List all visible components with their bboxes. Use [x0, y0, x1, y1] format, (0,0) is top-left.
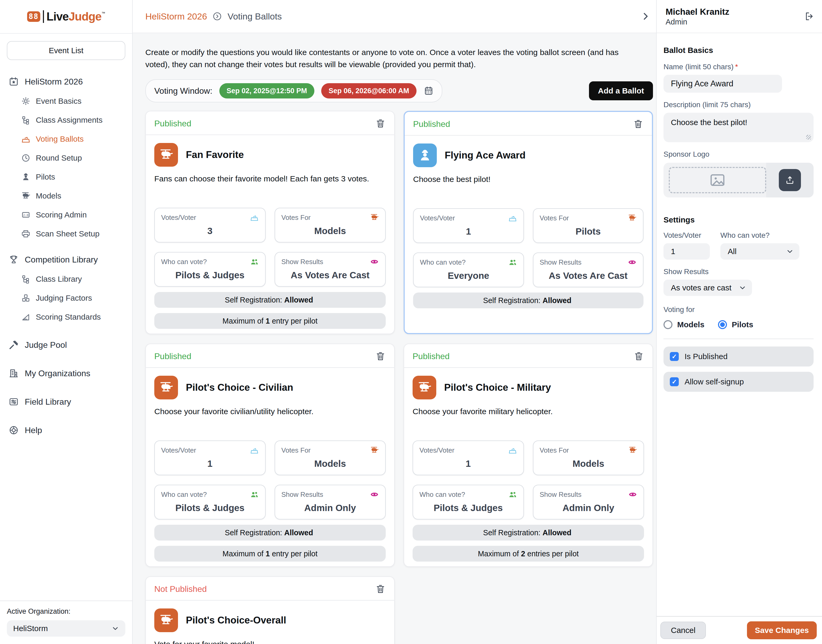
is-published-checkbox-row[interactable]: Is Published: [664, 347, 814, 366]
who-can-vote-stat: Who can vote? Everyone: [413, 253, 524, 287]
sidebar-item-class-library[interactable]: Class Library: [0, 270, 132, 288]
ballot-box-icon: [250, 213, 259, 222]
allow-self-signup-checkbox-row[interactable]: Allow self-signup: [664, 372, 814, 392]
logo-text-judge: Judge: [69, 10, 102, 23]
logout-icon[interactable]: [804, 11, 814, 21]
voting-window-start[interactable]: Sep 02, 2025@12:50 PM: [219, 83, 314, 98]
ballot-avatar: [413, 376, 436, 399]
votes-per-voter-label: Votes/Voter: [664, 231, 710, 239]
collapse-panel-chevron-icon[interactable]: [640, 11, 651, 21]
class-hierarchy-icon: [21, 115, 31, 125]
image-placeholder-icon: [709, 171, 727, 189]
voting-window-end[interactable]: Sep 06, 2026@06:00 AM: [321, 83, 417, 98]
sidebar-item-round-setup[interactable]: Round Setup: [0, 149, 132, 167]
logo: 88 Live Judge ™: [0, 0, 132, 34]
sponsor-logo-dropzone[interactable]: [669, 167, 766, 193]
radio-checked-icon[interactable]: [718, 320, 727, 329]
ballot-card-fan-favorite[interactable]: Published Fan Favorite Fans can choose t…: [145, 111, 395, 334]
sidebar-item-competition-library[interactable]: Competition Library: [0, 250, 132, 270]
sidebar-item-event-basics[interactable]: Event Basics: [0, 92, 132, 110]
self-registration-pill: Self Registration:Allowed: [154, 525, 386, 541]
helicopter-icon: [21, 191, 31, 201]
sidebar-item-scoring-admin[interactable]: Scoring Admin: [0, 205, 132, 224]
sidebar-item-my-organizations[interactable]: My Organizations: [0, 363, 132, 383]
ballot-description: Vote for your favorite model!: [146, 639, 394, 644]
event-list-button[interactable]: Event List: [7, 41, 125, 60]
who-can-vote-select[interactable]: All: [720, 243, 799, 260]
show-results-select[interactable]: As votes are cast: [664, 280, 752, 296]
ballot-title: Pilot's Choice - Military: [444, 382, 551, 393]
trash-icon[interactable]: [375, 584, 386, 594]
votes-for-stat: Votes For Pilots: [533, 208, 644, 243]
add-ballot-button[interactable]: Add a Ballot: [589, 81, 653, 100]
ballot-card-flying-ace-award[interactable]: Published Flying Ace Award Choose the be…: [403, 111, 653, 334]
breadcrumb-event[interactable]: HeliStorm 2026: [145, 11, 207, 21]
cancel-button[interactable]: Cancel: [660, 622, 706, 639]
status-badge: Published: [154, 351, 192, 361]
sliders-icon: [8, 397, 19, 407]
calendar-icon[interactable]: [423, 86, 434, 96]
show-results-label: Show Results: [664, 267, 814, 276]
radio-unchecked-icon[interactable]: [664, 320, 672, 329]
printer-icon: [21, 229, 31, 239]
upload-button[interactable]: [779, 169, 801, 191]
trash-icon[interactable]: [375, 351, 386, 362]
required-asterisk: *: [735, 63, 738, 71]
sidebar-item-class-assignments[interactable]: Class Assignments: [0, 110, 132, 130]
ballot-editor-panel: Michael Kranitz Admin Ballot Basics Name…: [656, 0, 822, 644]
settings-divider: [664, 339, 814, 339]
trash-icon[interactable]: [633, 351, 644, 362]
sidebar-item-scan-sheet-setup[interactable]: Scan Sheet Setup: [0, 224, 132, 243]
sidebar: 88 Live Judge ™ Event List HeliStorm 202…: [0, 0, 133, 644]
user-info: Michael Kranitz Admin: [656, 0, 822, 33]
save-changes-button[interactable]: Save Changes: [747, 621, 817, 639]
settings-heading: Settings: [664, 215, 814, 224]
sidebar-item-field-library[interactable]: Field Library: [0, 392, 132, 412]
ballot-title: Flying Ace Award: [445, 150, 526, 161]
ballot-cards-grid: Published Fan Favorite Fans can choose t…: [145, 111, 653, 644]
ballot-card-pilots-choice-civilian[interactable]: Published Pilot's Choice - Civilian Choo…: [145, 343, 395, 567]
ballot-avatar: [413, 144, 437, 167]
helicopter-icon: [628, 213, 636, 222]
ballot-card-pilots-choice-overall[interactable]: Not Published Pilot's Choice-Overall Vot…: [145, 577, 395, 644]
sidebar-item-models[interactable]: Models: [0, 186, 132, 205]
votes-per-voter-field[interactable]: [664, 243, 710, 260]
pilot-icon: [21, 172, 31, 182]
status-badge: Published: [413, 119, 450, 129]
sidebar-item-scoring-standards[interactable]: Scoring Standards: [0, 308, 132, 327]
ballot-box-icon: [508, 213, 517, 222]
pilot-icon: [417, 148, 432, 163]
sidebar-item-pilots[interactable]: Pilots: [0, 167, 132, 186]
cubes-icon: [21, 293, 31, 303]
sidebar-item-judging-factors[interactable]: Judging Factors: [0, 288, 132, 308]
description-label: Description (limit 75 chars): [664, 101, 814, 109]
checkbox-checked-icon[interactable]: [670, 352, 679, 361]
ballot-box-icon: [250, 446, 259, 455]
checkbox-checked-icon[interactable]: [670, 377, 679, 386]
scoreboard-icon: [21, 210, 31, 219]
ballot-description-field[interactable]: Choose the best pilot!: [664, 113, 814, 142]
ballot-name-field[interactable]: [664, 75, 782, 93]
chevron-down-icon: [739, 284, 746, 291]
sidebar-item-voting-ballots[interactable]: Voting Ballots: [0, 130, 132, 149]
show-results-stat: Show Results As Votes Are Cast: [275, 252, 386, 287]
votes-for-stat: Votes For Models: [275, 208, 386, 242]
trash-icon[interactable]: [633, 119, 644, 129]
organization-select[interactable]: HeliStorm: [7, 620, 125, 636]
active-organization-label: Active Organization:: [7, 607, 125, 616]
radio-pilots[interactable]: Pilots: [718, 320, 753, 329]
trash-icon[interactable]: [375, 118, 386, 129]
sidebar-item-helistorm-2026[interactable]: HeliStorm 2026: [0, 72, 132, 92]
user-role: Admin: [666, 18, 729, 26]
votes-for-stat: Votes For Models: [533, 440, 644, 475]
ballot-avatar: [154, 143, 178, 167]
radio-models[interactable]: Models: [664, 320, 704, 329]
ballot-card-pilots-choice-military[interactable]: Published Pilot's Choice - Military Choo…: [403, 343, 653, 567]
panel-footer: Cancel Save Changes: [656, 616, 822, 644]
eye-icon: [628, 258, 636, 267]
sidebar-item-help[interactable]: Help: [0, 420, 132, 440]
helicopter-icon: [370, 213, 379, 222]
sidebar-item-judge-pool[interactable]: Judge Pool: [0, 335, 132, 355]
chevron-right-circle-icon: [212, 11, 222, 21]
people-icon: [508, 258, 517, 267]
